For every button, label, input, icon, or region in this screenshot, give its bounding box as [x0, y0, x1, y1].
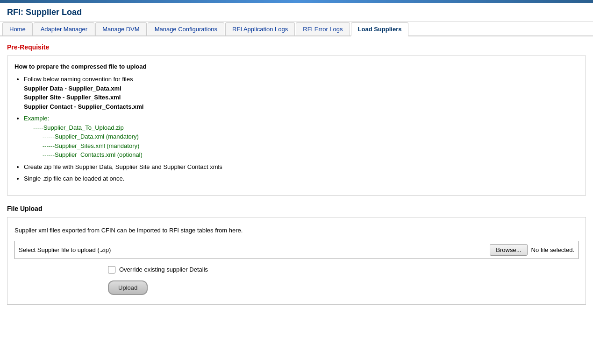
- override-row: Override existing supplier Details: [108, 266, 579, 273]
- tab-adapter-manager[interactable]: Adapter Manager: [34, 22, 94, 35]
- pre-requisite-title: Pre-Requisite: [7, 43, 586, 51]
- nav-tabs-container: Home Adapter Manager Manage DVM Manage C…: [0, 22, 593, 36]
- file-upload-box: Supplier xml files exported from CFIN ca…: [7, 217, 586, 305]
- browse-button[interactable]: Browse...: [490, 244, 527, 256]
- supplier-site-line: Supplier Site - Supplier_Sites.xml: [24, 93, 579, 102]
- how-to-title: How to prepare the compressed file to up…: [14, 63, 579, 70]
- file-upload-section: File Upload Supplier xml files exported …: [7, 205, 586, 305]
- override-checkbox[interactable]: [108, 266, 115, 273]
- upload-btn-row: Upload: [108, 280, 579, 295]
- tab-rfi-error-logs[interactable]: RFI Error Logs: [296, 22, 350, 35]
- pre-requisite-box: How to prepare the compressed file to up…: [7, 56, 586, 196]
- tab-manage-dvm[interactable]: Manage DVM: [95, 22, 146, 35]
- example-label: Example:: [24, 115, 49, 122]
- tab-load-suppliers[interactable]: Load Suppliers: [351, 22, 409, 36]
- tab-manage-configurations[interactable]: Manage Configurations: [148, 22, 224, 35]
- naming-convention-item: Follow below naming convention for files…: [24, 75, 579, 111]
- page-title: RFI: Supplier Load: [0, 3, 593, 21]
- supplier-data-line: Supplier Data - Supplier_Data.xml: [24, 84, 579, 93]
- upload-description: Supplier xml files exported from CFIN ca…: [14, 227, 579, 234]
- file-upload-title: File Upload: [7, 205, 586, 212]
- supplier-contact-line: Supplier Contact - Supplier_Contacts.xml: [24, 102, 579, 112]
- file-select-row: Select Supplier file to upload (.zip) Br…: [14, 241, 579, 259]
- zip-file-line: -----Supplier_Data_To_Upload.zip: [33, 123, 579, 133]
- create-zip-item: Create zip file with Supplier Data, Supp…: [24, 162, 579, 172]
- sub-line-3: ------Supplier_Contacts.xml (optional): [43, 150, 579, 160]
- upload-button[interactable]: Upload: [108, 280, 148, 295]
- override-label: Override existing supplier Details: [119, 266, 208, 273]
- tab-home[interactable]: Home: [2, 22, 33, 35]
- tab-rfi-application-logs[interactable]: RFI Application Logs: [225, 22, 295, 35]
- sub-line-2: ------Supplier_Sites.xml (mandatory): [43, 141, 579, 151]
- file-select-label: Select Supplier file to upload (.zip): [19, 246, 490, 253]
- single-zip-item: Single .zip file can be loaded at once.: [24, 174, 579, 183]
- no-file-text: No file selected.: [531, 246, 575, 253]
- example-item: Example: -----Supplier_Data_To_Upload.zi…: [24, 114, 579, 160]
- pre-requisite-section: Pre-Requisite How to prepare the compres…: [7, 43, 586, 196]
- sub-line-1: ------Supplier_Data.xml (mandatory): [43, 132, 579, 141]
